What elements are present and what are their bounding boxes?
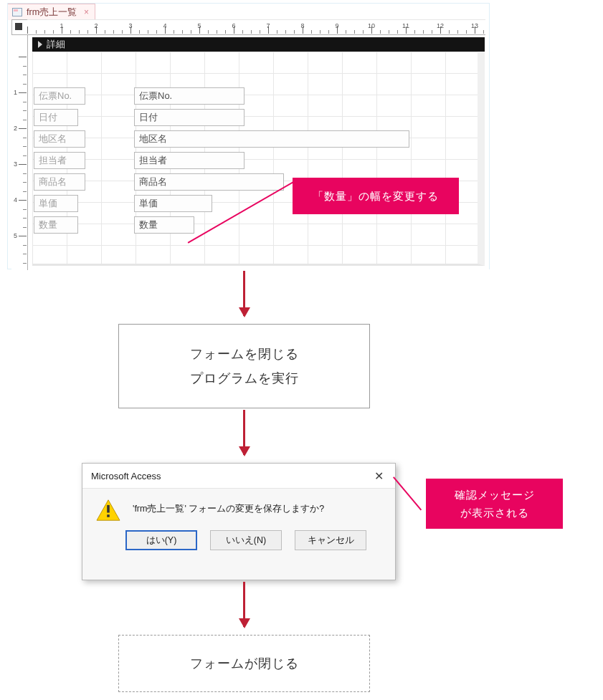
access-form-designer: frm売上一覧 × 12345678910111213 12345 詳細 伝票N…	[7, 3, 490, 269]
section-arrow-icon	[38, 41, 42, 48]
hruler-number: 5	[197, 22, 201, 29]
field-label[interactable]: 地区名	[34, 130, 85, 148]
hruler-number: 11	[402, 22, 409, 29]
hruler-number: 7	[266, 22, 270, 29]
hruler-number: 2	[94, 22, 98, 29]
callout-2-leader	[393, 476, 422, 510]
field-textbox[interactable]: 地区名	[134, 130, 409, 148]
arrow-3	[243, 582, 245, 627]
dialog-title: Microsoft Access	[91, 471, 161, 481]
designer-tabbar: frm売上一覧 ×	[8, 4, 489, 19]
svg-rect-1	[107, 505, 110, 513]
flowbox1-line1: フォームを閉じる	[190, 342, 299, 366]
hruler-number: 13	[471, 22, 478, 29]
hruler-number: 8	[300, 22, 304, 29]
field-label[interactable]: 単価	[34, 195, 78, 212]
hruler-number: 6	[232, 22, 235, 29]
dialog-no-button[interactable]: いいえ(N)	[210, 530, 282, 550]
dialog-message: 'frm売上一覧' フォームの変更を保存しますか?	[133, 499, 324, 515]
warning-icon	[95, 499, 121, 522]
design-grid[interactable]: 伝票No.伝票No.日付日付地区名地区名担当者担当者商品名商品名単価単価数量数量	[32, 52, 485, 266]
field-textbox[interactable]: 日付	[134, 109, 244, 126]
field-textbox[interactable]: 商品名	[134, 173, 284, 191]
save-confirm-dialog: Microsoft Access ✕ 'frm売上一覧' フォームの変更を保存し…	[82, 463, 396, 580]
dialog-titlebar[interactable]: Microsoft Access ✕	[82, 464, 395, 489]
field-textbox[interactable]: 数量	[134, 216, 194, 234]
vruler-number: 4	[14, 196, 17, 203]
callout-2-line1: 確認メッセージ	[455, 486, 535, 504]
form-tab[interactable]: frm売上一覧 ×	[8, 4, 95, 20]
field-textbox[interactable]: 担当者	[134, 152, 244, 169]
vruler-number: 3	[14, 160, 17, 168]
dialog-close-icon[interactable]: ✕	[369, 469, 388, 483]
svg-rect-2	[107, 514, 110, 517]
field-textbox[interactable]: 伝票No.	[134, 87, 244, 105]
section-header-label: 詳細	[47, 39, 65, 51]
field-label[interactable]: 日付	[34, 109, 78, 126]
horizontal-ruler: 12345678910111213	[27, 19, 485, 35]
dialog-cancel-button[interactable]: キャンセル	[295, 530, 366, 550]
flowbox2-text: フォームが閉じる	[190, 651, 299, 676]
flowbox1-line2: プログラムを実行	[190, 366, 299, 390]
hruler-number: 4	[163, 22, 166, 29]
form-icon	[12, 8, 22, 16]
design-surface[interactable]: 詳細 伝票No.伝票No.日付日付地区名地区名担当者担当者商品名商品名単価単価数…	[28, 35, 489, 270]
vertical-ruler: 12345	[11, 35, 28, 270]
hruler-number: 9	[335, 22, 338, 29]
tab-close-icon[interactable]: ×	[81, 4, 89, 20]
flowbox-close-form-run-program: フォームを閉じる プログラムを実行	[118, 324, 370, 408]
arrow-1	[243, 271, 245, 316]
dialog-body: 'frm売上一覧' フォームの変更を保存しますか?	[82, 489, 395, 530]
vruler-number: 2	[14, 125, 17, 132]
field-label[interactable]: 商品名	[34, 173, 85, 191]
vruler-number: 1	[14, 89, 17, 96]
section-header-detail[interactable]: 詳細	[32, 37, 485, 52]
ruler-corner	[11, 19, 29, 35]
hruler-number: 3	[128, 22, 132, 29]
dialog-yes-button[interactable]: はい(Y)	[125, 530, 197, 550]
field-label[interactable]: 担当者	[34, 152, 85, 169]
arrow-2	[243, 410, 245, 455]
callout-1-text: 「数量」の幅を変更する	[313, 187, 439, 206]
hruler-number: 1	[60, 22, 63, 29]
field-label[interactable]: 数量	[34, 216, 78, 234]
flowbox-form-closes: フォームが閉じる	[118, 635, 370, 692]
callout-confirm-message: 確認メッセージ が表示される	[426, 479, 563, 529]
form-tab-title: frm売上一覧	[27, 4, 77, 20]
hruler-number: 12	[437, 22, 444, 29]
field-textbox[interactable]: 単価	[134, 195, 212, 212]
vruler-number: 5	[14, 232, 17, 239]
hruler-number: 10	[368, 22, 375, 29]
callout-change-quantity-width: 「数量」の幅を変更する	[293, 178, 459, 214]
callout-2-line2: が表示される	[455, 504, 535, 522]
field-label[interactable]: 伝票No.	[34, 87, 85, 105]
dialog-button-row: はい(Y) いいえ(N) キャンセル	[82, 530, 395, 562]
